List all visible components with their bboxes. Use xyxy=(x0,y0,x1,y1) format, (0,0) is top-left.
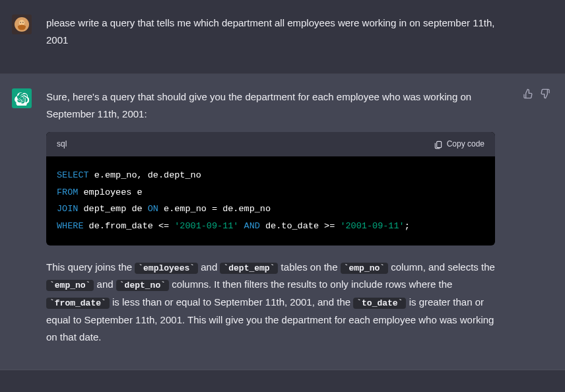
inline-code: `employees` xyxy=(135,263,198,274)
feedback-buttons xyxy=(523,88,550,99)
code-header: sql Copy code xyxy=(46,132,495,156)
openai-logo-icon xyxy=(15,91,29,106)
code-content[interactable]: SELECT e.emp_no, de.dept_no FROM employe… xyxy=(46,156,495,245)
inline-code: `from_date` xyxy=(46,298,110,309)
copy-code-label: Copy code xyxy=(447,137,484,151)
user-message-content: please write a query that tells me which… xyxy=(46,15,495,59)
svg-point-1 xyxy=(19,20,25,26)
inline-code: `dept_no` xyxy=(116,280,169,291)
svg-point-2 xyxy=(20,22,21,23)
code-block: sql Copy code SELECT e.emp_no, de.dept_n… xyxy=(46,132,495,245)
svg-rect-4 xyxy=(436,141,441,147)
assistant-intro-text: Sure, here's a query that should give yo… xyxy=(46,88,495,123)
user-message-text: please write a query that tells me which… xyxy=(46,15,495,49)
code-language-label: sql xyxy=(57,137,67,151)
svg-point-3 xyxy=(22,22,24,23)
thumbs-down-icon[interactable] xyxy=(540,88,550,99)
assistant-message: Sure, here's a query that should give yo… xyxy=(0,74,565,371)
inline-code: `to_date` xyxy=(353,298,406,309)
assistant-message-content: Sure, here's a query that should give yo… xyxy=(46,88,495,356)
inline-code: `emp_no` xyxy=(341,263,388,274)
copy-code-button[interactable]: Copy code xyxy=(434,137,484,151)
assistant-explanation: This query joins the `employees` and `de… xyxy=(46,259,495,346)
inline-code: `emp_no` xyxy=(46,280,94,291)
inline-code: `dept_emp` xyxy=(220,263,278,274)
user-avatar-icon xyxy=(15,17,29,32)
user-avatar xyxy=(12,15,32,34)
thumbs-up-icon[interactable] xyxy=(523,88,533,99)
assistant-avatar xyxy=(12,88,32,108)
user-message: please write a query that tells me which… xyxy=(0,0,565,74)
clipboard-icon xyxy=(434,140,443,149)
